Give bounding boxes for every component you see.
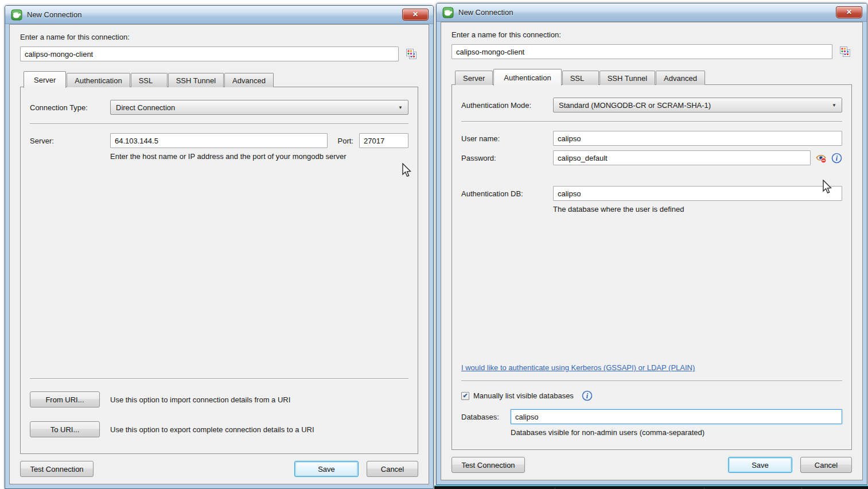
tab-ssh-tunnel[interactable]: SSH Tunnel <box>168 73 224 87</box>
from-uri-button[interactable]: From URI... <box>30 391 100 408</box>
password-info-icon[interactable]: i <box>831 153 842 164</box>
connection-name-label: Enter a name for this connection: <box>20 33 418 41</box>
auth-mode-label: Authentication Mode: <box>461 101 553 110</box>
tab-ssh-tunnel[interactable]: SSH Tunnel <box>600 71 655 85</box>
kerberos-ldap-link[interactable]: I would like to authenticate using Kerbe… <box>461 363 842 372</box>
manually-list-databases-label: Manually list visible databases <box>473 391 574 400</box>
connection-name-label: Enter a name for this connection: <box>451 30 852 39</box>
tab-advanced[interactable]: Advanced <box>656 71 705 85</box>
new-connection-dialog-server: New Connection ✕ Enter a name for this c… <box>5 5 434 489</box>
separator <box>461 381 842 382</box>
connection-color-icon[interactable] <box>404 46 418 61</box>
auth-db-help-text: The database where the user is defined <box>553 205 842 214</box>
chevron-down-icon: ▼ <box>398 105 403 110</box>
app-icon <box>442 7 454 18</box>
save-button[interactable]: Save <box>728 457 792 473</box>
dialog-footer: Test Connection Save Cancel <box>451 457 852 473</box>
save-button[interactable]: Save <box>294 461 359 477</box>
close-button[interactable]: ✕ <box>836 6 862 18</box>
authentication-tab-pane: Authentication Mode: Standard (MONGODB-C… <box>451 84 852 450</box>
to-uri-help-text: Use this option to export complete conne… <box>110 425 314 434</box>
tab-authentication[interactable]: Authentication <box>493 69 561 86</box>
auth-db-label: Authentication DB: <box>461 189 553 198</box>
password-input[interactable] <box>553 150 811 165</box>
connection-type-select[interactable]: Direct Connection ▼ <box>110 100 408 115</box>
window-title: New Connection <box>27 10 81 19</box>
username-input[interactable] <box>553 131 842 146</box>
dialog-footer: Test Connection Save Cancel <box>20 461 418 477</box>
test-connection-button[interactable]: Test Connection <box>20 461 94 477</box>
connection-type-value: Direct Connection <box>116 103 395 112</box>
port-label: Port: <box>338 137 353 145</box>
port-input[interactable] <box>359 133 408 148</box>
from-uri-help-text: Use this option to import connection det… <box>110 395 290 404</box>
new-connection-dialog-authentication: New Connection ✕ Enter a name for this c… <box>436 3 867 485</box>
server-tab-pane: Connection Type: Direct Connection ▼ Ser… <box>20 87 418 454</box>
connection-name-input[interactable] <box>451 44 832 59</box>
databases-label: Databases: <box>461 413 511 421</box>
manually-list-databases-checkbox[interactable]: ✔ <box>461 392 469 400</box>
server-help-text: Enter the host name or IP address and th… <box>110 152 408 161</box>
auth-db-input[interactable] <box>553 186 842 201</box>
close-button[interactable]: ✕ <box>402 9 429 21</box>
databases-input[interactable] <box>511 409 842 424</box>
to-uri-button[interactable]: To URI... <box>30 421 100 437</box>
mouse-cursor <box>822 180 834 196</box>
username-label: User name: <box>461 134 553 143</box>
connection-name-input[interactable] <box>20 46 399 61</box>
password-label: Password: <box>461 154 553 162</box>
app-icon <box>11 9 22 21</box>
tab-bar: Server Authentication SSL SSH Tunnel Adv… <box>451 69 852 85</box>
tab-bar: Server Authentication SSL SSH Tunnel Adv… <box>20 71 418 87</box>
separator <box>461 121 842 122</box>
connection-color-icon[interactable] <box>838 44 852 59</box>
mouse-cursor <box>401 163 414 180</box>
cancel-button[interactable]: Cancel <box>367 461 418 477</box>
titlebar[interactable]: New Connection ✕ <box>5 6 433 24</box>
dialog-body: Enter a name for this connection: Server… <box>441 22 863 480</box>
checkmark-icon: ✔ <box>462 393 468 399</box>
separator <box>30 123 408 125</box>
separator <box>30 378 408 379</box>
background-window-edge <box>434 485 868 489</box>
auth-mode-select[interactable]: Standard (MONGODB-CR or SCRAM-SHA-1) ▼ <box>553 98 842 112</box>
tab-advanced[interactable]: Advanced <box>224 73 274 87</box>
titlebar[interactable]: New Connection ✕ <box>437 3 867 22</box>
test-connection-button[interactable]: Test Connection <box>451 457 525 473</box>
server-address-input[interactable] <box>110 133 328 148</box>
server-label: Server: <box>30 137 110 145</box>
auth-mode-value: Standard (MONGODB-CR or SCRAM-SHA-1) <box>559 101 828 110</box>
dialog-body: Enter a name for this connection: Server… <box>9 24 429 484</box>
databases-help-text: Databases visible for non-admin users (c… <box>511 428 842 437</box>
tab-authentication[interactable]: Authentication <box>67 73 130 87</box>
tab-server[interactable]: Server <box>455 71 493 85</box>
window-title: New Connection <box>458 8 513 17</box>
databases-info-icon[interactable]: i <box>582 390 593 401</box>
tab-ssl[interactable]: SSL <box>131 73 168 87</box>
connection-type-label: Connection Type: <box>30 103 110 112</box>
cancel-button[interactable]: Cancel <box>800 457 852 473</box>
tab-server[interactable]: Server <box>24 71 66 88</box>
hide-password-eye-icon[interactable] <box>815 152 827 164</box>
tab-ssl[interactable]: SSL <box>562 71 599 85</box>
chevron-down-icon: ▼ <box>832 103 836 108</box>
